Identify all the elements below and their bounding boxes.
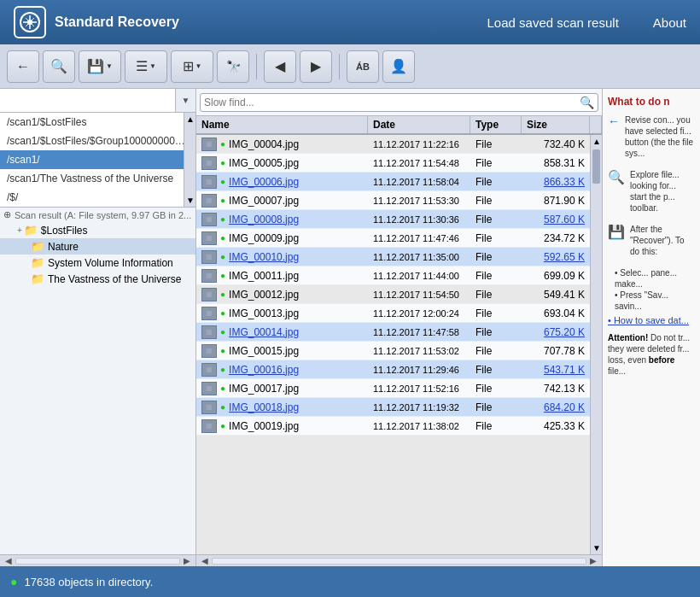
about-link[interactable]: About (653, 15, 686, 30)
file-name[interactable]: IMG_00005.jpg (229, 157, 299, 169)
table-row[interactable]: ▦●IMG_00019.jpg11.12.2017 11:38:02File42… (196, 417, 590, 436)
info-title: What to do n (608, 96, 695, 108)
file-scroll-thumb[interactable] (592, 149, 600, 184)
file-date: 11.12.2017 11:53:02 (368, 346, 470, 356)
back-button[interactable]: ← (7, 50, 39, 83)
table-row[interactable]: ▦●IMG_00014.jpg11.12.2017 11:47:58File67… (196, 323, 590, 342)
search-go-icon[interactable]: 🔍 (580, 96, 594, 109)
file-name[interactable]: IMG_00010.jpg (229, 251, 299, 263)
table-row[interactable]: ▦●IMG_00008.jpg11.12.2017 11:30:36File58… (196, 210, 590, 229)
file-type: File (470, 383, 522, 395)
col-header-type[interactable]: Type (470, 116, 522, 133)
table-row[interactable]: ▦●IMG_00005.jpg11.12.2017 11:54:48File85… (196, 154, 590, 173)
search-input[interactable] (204, 97, 580, 108)
status-dot-green: ● (220, 158, 225, 167)
path-item-2[interactable]: /scan1/ (0, 150, 195, 169)
table-row[interactable]: ▦●IMG_00012.jpg11.12.2017 11:54:50File54… (196, 285, 590, 304)
file-type: File (470, 307, 522, 319)
left-scroll-track[interactable] (15, 558, 180, 565)
file-name-cell: ▦●IMG_00013.jpg (196, 307, 368, 320)
file-thumbnail: ▦ (201, 231, 217, 245)
path-item-3[interactable]: /scan1/The Vastness of the Universe (0, 169, 195, 188)
left-scroll-right[interactable]: ▶ (180, 556, 194, 565)
table-row[interactable]: ▦●IMG_00017.jpg11.12.2017 11:52:16File74… (196, 379, 590, 398)
panes-button[interactable]: ⊞ ▼ (171, 50, 213, 83)
table-row[interactable]: ▦●IMG_00006.jpg11.12.2017 11:58:04File86… (196, 173, 590, 191)
view-dropdown-arrow: ▼ (149, 62, 156, 70)
tree-item-lostfiles[interactable]: + 📁 $LostFiles (0, 222, 195, 238)
info-bullet-1: • Selec... pane... make... (615, 267, 695, 290)
rename-button[interactable]: ÁB (347, 50, 379, 83)
left-h-scrollbar: ◀ ▶ (0, 554, 195, 566)
path-input[interactable]: /scan1/Nature (0, 92, 175, 108)
file-name[interactable]: IMG_00007.jpg (229, 195, 299, 207)
save-button[interactable]: 💾 ▼ (79, 50, 121, 83)
prev-button[interactable]: ◀ (264, 50, 296, 83)
status-dot-green: ● (220, 383, 225, 393)
table-row[interactable]: ▦●IMG_00011.jpg11.12.2017 11:44:00File69… (196, 266, 590, 285)
search-icon: 🔍 (50, 58, 67, 74)
file-name[interactable]: IMG_00017.jpg (229, 383, 299, 395)
tree-item-nature[interactable]: 📁 Nature (0, 238, 195, 255)
table-row[interactable]: ▦●IMG_00016.jpg11.12.2017 11:29:46File54… (196, 360, 590, 379)
path-item-1[interactable]: /scan1/$LostFiles/$Group100000000000001 (0, 132, 195, 150)
file-name[interactable]: IMG_00012.jpg (229, 289, 299, 301)
file-thumbnail: ▦ (201, 288, 217, 301)
col-header-date[interactable]: Date (368, 116, 470, 133)
file-scroll-htrack[interactable] (212, 558, 586, 565)
user-button[interactable]: 👤 (382, 50, 415, 83)
file-type: File (470, 401, 522, 413)
left-scroll-left[interactable]: ◀ (2, 556, 15, 565)
file-name[interactable]: IMG_00018.jpg (229, 401, 299, 413)
file-name[interactable]: IMG_00006.jpg (229, 176, 299, 188)
table-row[interactable]: ▦●IMG_00015.jpg11.12.2017 11:53:02File70… (196, 342, 590, 360)
file-scroll-down[interactable]: ▼ (591, 541, 602, 554)
path-dropdown-list: ▲ ▼ /scan1/$LostFiles /scan1/$LostFiles/… (0, 113, 195, 208)
file-name[interactable]: IMG_00019.jpg (229, 420, 299, 432)
table-row[interactable]: ▦●IMG_00007.jpg11.12.2017 11:53:30File87… (196, 191, 590, 210)
file-scroll-up[interactable]: ▲ (591, 135, 602, 148)
table-row[interactable]: ▦●IMG_00009.jpg11.12.2017 11:47:46File23… (196, 229, 590, 248)
file-name[interactable]: IMG_00016.jpg (229, 364, 299, 376)
preview-button[interactable]: 🔭 (217, 50, 249, 83)
file-name[interactable]: IMG_00013.jpg (229, 307, 299, 319)
tree-item-scan[interactable]: ⊕ Scan result (A: File system, 9.97 GB i… (0, 208, 195, 222)
file-scroll-left[interactable]: ◀ (198, 556, 212, 565)
table-row[interactable]: ▦●IMG_00013.jpg11.12.2017 12:00:24File69… (196, 304, 590, 323)
back-icon: ← (16, 59, 30, 74)
table-row[interactable]: ▦●IMG_00018.jpg11.12.2017 11:19:32File68… (196, 398, 590, 417)
file-scroll-right[interactable]: ▶ (586, 556, 600, 565)
status-dot-green: ● (220, 327, 225, 337)
nature-folder-icon: 📁 (31, 240, 44, 253)
file-name-cell: ▦●IMG_00016.jpg (196, 363, 368, 377)
file-type: File (470, 326, 522, 338)
info-how-to-link[interactable]: • How to save dat... (608, 315, 689, 325)
view-button[interactable]: ☰ ▼ (125, 50, 167, 83)
file-name[interactable]: IMG_00009.jpg (229, 232, 299, 244)
file-name[interactable]: IMG_00014.jpg (229, 326, 299, 338)
file-name[interactable]: IMG_00004.jpg (229, 138, 299, 150)
expand-lostfiles-icon[interactable]: + (17, 225, 22, 235)
toolbar: ← 🔍 💾 ▼ ☰ ▼ ⊞ ▼ 🔭 ◀ ▶ ÁB 👤 (0, 44, 700, 89)
search-button[interactable]: 🔍 (43, 50, 75, 83)
file-name[interactable]: IMG_00015.jpg (229, 345, 299, 357)
file-date: 11.12.2017 11:54:50 (368, 290, 470, 300)
path-dropdown-button[interactable]: ▼ (175, 89, 195, 112)
path-item-4[interactable]: /$/ (0, 188, 195, 207)
tree-item-vastness[interactable]: 📁 The Vastness of the Universe (0, 271, 195, 287)
table-row[interactable]: ▦●IMG_00010.jpg11.12.2017 11:35:00File59… (196, 248, 590, 266)
tree-item-sysvolinfo[interactable]: 📁 System Volume Information (0, 255, 195, 271)
table-row[interactable]: ▦●IMG_00004.jpg11.12.2017 11:22:16File73… (196, 135, 590, 154)
path-item-0[interactable]: /scan1/$LostFiles (0, 113, 195, 132)
file-name[interactable]: IMG_00008.jpg (229, 214, 299, 225)
next-button[interactable]: ▶ (300, 50, 332, 83)
col-header-name[interactable]: Name (196, 116, 368, 133)
info-item-2: 🔍 Explore file... looking for... start t… (608, 169, 695, 214)
path-scroll-down[interactable]: ▼ (184, 194, 195, 207)
file-name[interactable]: IMG_00011.jpg (229, 270, 299, 282)
info-text-2: Explore file... looking for... start the… (630, 169, 695, 214)
col-header-size[interactable]: Size (522, 116, 590, 133)
path-scroll-up[interactable]: ▲ (184, 113, 195, 126)
load-scan-link[interactable]: Load saved scan result (487, 15, 619, 30)
toolbar-separator-2 (339, 54, 340, 79)
